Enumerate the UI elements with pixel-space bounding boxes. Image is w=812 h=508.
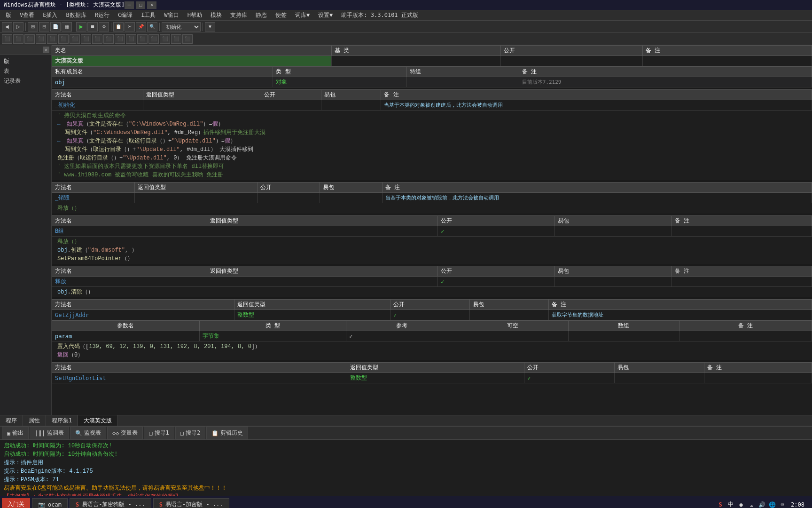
code-line-6: 免注册 （ 取运行目录 （）+ "\Update.dll" , 0） 免注册大漠… (55, 154, 808, 162)
method-getzjj-header-name: 方法名 (52, 300, 234, 310)
member-type-obj: 对象 (273, 77, 407, 87)
toolbar2-btn-10[interactable]: ⬛ (103, 34, 114, 44)
toolbar-btn-stop[interactable]: ⏹ (87, 22, 98, 32)
menu-item-compile[interactable]: C编译 (114, 10, 136, 20)
method-destroy-public (258, 193, 320, 203)
menu-item-static[interactable]: 静态 (252, 10, 271, 20)
output-panel[interactable]: 启动成功: 时间间隔为: 10秒自动保存次! 启动成功: 时间间隔为: 10分钟… (0, 439, 812, 496)
menu-item-run[interactable]: R运行 (91, 10, 113, 20)
method-bgroup-header-name: 方法名 (52, 216, 207, 226)
toolbar-btn-2[interactable]: ▷ (13, 22, 23, 32)
menu-item-note[interactable]: 便签 (272, 10, 290, 20)
tool-tab-watch[interactable]: 🔍 监视表 (70, 427, 106, 439)
code-normal-4: ） (218, 120, 224, 128)
toolbar2-btn-7[interactable]: ⬛ (70, 34, 80, 44)
toolbar2-btn-13[interactable]: ⬛ (137, 34, 148, 44)
code-dmsoft-str: "dm.dmsoft" (88, 246, 125, 254)
taskbar-start-button[interactable]: 入门关 (2, 498, 30, 508)
toolbar-btn-8[interactable]: ✂ (125, 22, 135, 32)
tool-tab-monitor[interactable]: |‖| 监调表 (30, 427, 69, 439)
toolbar-btn-6[interactable]: ▦ (62, 22, 72, 32)
class-name-cell[interactable]: 大漠英文版 (52, 56, 332, 66)
class-note-cell (642, 56, 812, 66)
toolbar-btn-debug[interactable]: ⚙ (99, 22, 109, 32)
tab-program-set1[interactable]: 程序集1 (46, 415, 78, 426)
menu-item-tools[interactable]: I工具 (137, 10, 159, 20)
menu-item-help[interactable]: H帮助 (184, 10, 206, 20)
param-note-param (679, 331, 812, 341)
menu-item-module[interactable]: 模块 (207, 10, 226, 20)
tray-network-icon[interactable]: 🌐 (768, 501, 776, 508)
toolbar2-btn-16[interactable]: ⬛ (171, 34, 181, 44)
method-init-return (143, 100, 261, 111)
sidebar-close-button[interactable]: × (43, 47, 49, 53)
output-line-5: 提示：PASM版本: 71 (4, 476, 808, 484)
menu-item-settings[interactable]: 设置▼ (314, 10, 336, 20)
menu-item-window[interactable]: W窗口 (160, 10, 182, 20)
method-bgroup-header-public: 公开 (438, 216, 555, 226)
menu-item-insert[interactable]: E插入 (39, 10, 61, 20)
taskbar-ocam[interactable]: 📷 ocam (32, 498, 68, 508)
toolbar2-btn-8[interactable]: ⬛ (81, 34, 91, 44)
taskbar-easy1[interactable]: S 易语言-加密狗版 - ... (70, 498, 151, 508)
menu-item-dict[interactable]: 词库▼ (291, 10, 313, 20)
code-normal-12: （ (87, 145, 93, 154)
code-line-5: 写到文件 （ 取运行目录 （）+ "\Update.dll" , #dm_dll… (55, 145, 808, 154)
toolbar-btn-3[interactable]: ⊞ (28, 22, 38, 32)
toolbar2-btn-12[interactable]: ⬛ (126, 34, 136, 44)
tool-tab-clipboard[interactable]: 📋 剪辑历史 (206, 427, 248, 439)
menu-item-ban[interactable]: 版 (2, 10, 15, 20)
code-str-5: "\Update.dll" (123, 154, 167, 162)
minimize-button[interactable]: ─ (125, 1, 134, 9)
method-destroy-name: _销毁 (52, 193, 135, 203)
toolbar2-btn-6[interactable]: ⬛ (58, 34, 69, 44)
toolbar2-btn-2[interactable]: ⬛ (13, 34, 23, 44)
tab-damo-english[interactable]: 大漠英文版 (78, 415, 118, 426)
tool-tab-search2[interactable]: □ 搜寻2 (175, 427, 205, 439)
toolbar2-btn-15[interactable]: ⬛ (160, 34, 170, 44)
toolbar2-btn-9[interactable]: ⬛ (92, 34, 102, 44)
monitor-icon: |‖| (35, 430, 45, 437)
tool-tab-output[interactable]: ▣ 输出 (2, 427, 29, 439)
taskbar-easy2[interactable]: S 易语言-加密版 - ... (153, 498, 229, 508)
toolbar2-btn-3[interactable]: ⬛ (24, 34, 35, 44)
toolbar-btn-1[interactable]: ◀ (2, 22, 12, 32)
tab-program[interactable]: 程序 (0, 415, 23, 426)
code-area[interactable]: 类名 基 类 公开 备 注 大漠英文版 私有成员名 类 (52, 45, 812, 415)
sidebar-item-ban[interactable]: 版 (2, 56, 49, 66)
code-release-section: obj . 清除 （） (52, 287, 812, 297)
sidebar-item-recordlist[interactable]: 记录表 (2, 76, 49, 86)
close-button[interactable]: × (147, 1, 156, 9)
tool-tab-search1[interactable]: □ 搜寻1 (144, 427, 174, 439)
toolbar2-btn-14[interactable]: ⬛ (148, 34, 159, 44)
toolbar2-btn-5[interactable]: ⬛ (47, 34, 57, 44)
sidebar-item-table[interactable]: 表 (2, 66, 49, 76)
code-obj-var: obj (57, 246, 68, 254)
tray-volume-icon[interactable]: 🔊 (758, 501, 765, 508)
menu-item-support[interactable]: 支持库 (226, 10, 251, 20)
code-normal-7: （ (84, 137, 89, 145)
tool-tab-var[interactable]: ◇◇ 变量表 (107, 427, 143, 439)
toolbar-btn-9[interactable]: 📌 (136, 22, 146, 32)
menu-item-db[interactable]: B数据库 (62, 10, 90, 20)
init-dropdown[interactable]: 初始化 B组 释放 GetZjjAddr (162, 22, 201, 32)
toolbar2-btn-4[interactable]: ⬛ (36, 34, 46, 44)
tab-property[interactable]: 属性 (23, 415, 46, 426)
code-bgroup-comment: 释放（） (57, 238, 80, 246)
maximize-button[interactable]: □ (136, 1, 145, 9)
toolbar-btn-run[interactable]: ▶ (76, 22, 86, 32)
toolbar-btn-10[interactable]: 🔍 (147, 22, 157, 32)
menu-item-view[interactable]: V查看 (16, 10, 38, 20)
toolbar2-btn-11[interactable]: ⬛ (115, 34, 125, 44)
toolbar-btn-11[interactable]: ▼ (205, 22, 215, 32)
code-init-section: ' 持贝大漠自动生成的命令 ← 如果真 （ 文件是否存在 （ "C:\Windo… (52, 111, 812, 180)
toolbar-btn-7[interactable]: 📋 (113, 22, 124, 32)
method-getzjj-return: 整数型 (234, 310, 390, 320)
toolbar-btn-5[interactable]: 📄 (50, 22, 61, 32)
left-sidebar: × 版 表 记录表 (0, 45, 52, 415)
toolbar2-btn-17[interactable]: ⬛ (182, 34, 193, 44)
toolbar2-btn-1[interactable]: ⬛ (2, 34, 12, 44)
method-init-header-easy: 易包 (321, 90, 381, 100)
method-init-header-return: 返回值类型 (143, 90, 261, 100)
toolbar-btn-4[interactable]: ⊟ (39, 22, 49, 32)
